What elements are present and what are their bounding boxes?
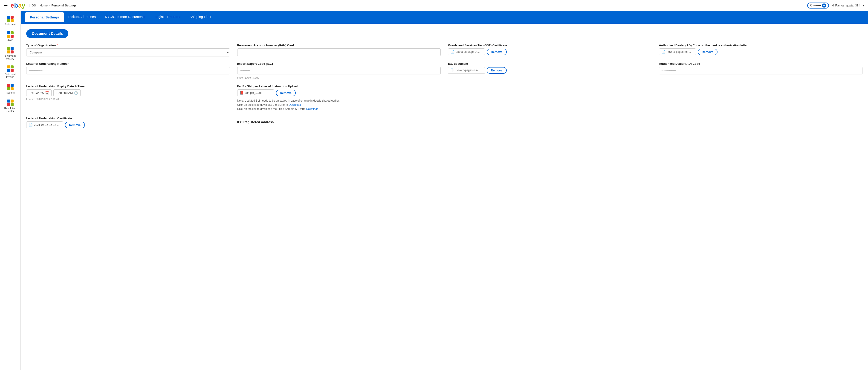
sidebar: Shipment AWB Shipment History Shipment I… [0,11,21,370]
sidebar-item-reports[interactable]: Reports [0,82,21,96]
field-lou-expiry: Letter of Undertaking Expiry Date & Time… [26,85,230,111]
field-ad-code-letter: Authorized Dealer (AD) Code on the bank'… [659,44,863,56]
field-fedex-sli: FedEx Shipper Letter of Instruction Uplo… [237,85,441,111]
ad-code-letter-file-name: how-to-pages-ref-... [667,50,691,53]
ebay-logo: ebay [10,2,25,9]
page-body: Document Details Type of Organization * … [21,23,868,370]
label-lou-expiry: Letter of Undertaking Expiry Date & Time [26,85,230,88]
label-ad-code-letter: Authorized Dealer (AD) Code on the bank'… [659,44,863,47]
sidebar-label-shipment: Shipment [5,23,16,26]
sidebar-label-resolution-center: Resolution Center [1,107,20,112]
user-dropdown-icon[interactable]: ▾ [863,4,864,7]
gst-file-name: about-us-page-UI... [456,50,479,53]
menu-icon[interactable]: ☰ [4,3,8,8]
form-grid-row1: Type of Organization * Company Permanent… [26,44,863,128]
gst-remove-button[interactable]: Remove [487,49,507,55]
lou-date-row: 02/12/2025 📅 12:00:00 AM 🕐 [26,89,230,96]
awb-icon [7,31,13,38]
sidebar-item-shipment-history[interactable]: Shipment History [0,45,21,62]
tab-pickup-addresses[interactable]: Pickup Addresses [64,11,100,23]
sidebar-label-shipment-invoice: Shipment Invoice [1,73,20,78]
section-title: Document Details [26,29,68,38]
main-content: Personal Settings Pickup Addresses KYC/C… [21,11,868,370]
iec-doc-file-name: how-to-pages-iss-... [456,69,480,72]
input-iec[interactable] [237,67,441,75]
tab-kyc-documents[interactable]: KYC/Common Documents [100,11,150,23]
lou-cert-remove-button[interactable]: Remove [65,122,85,128]
resolution-center-icon [7,99,13,106]
sidebar-label-shipment-history: Shipment History [1,54,20,60]
lou-cert-file-name: 2021-07-16-15-14-... [34,123,59,126]
label-fedex-sli: FedEx Shipper Letter of Instruction Uplo… [237,85,441,88]
label-type-of-org: Type of Organization * [26,44,230,47]
sli-download-link-1[interactable]: Download [289,103,301,107]
fedex-pdf-icon: 📕 [240,91,244,95]
sidebar-label-reports: Reports [6,91,15,94]
lou-time-box[interactable]: 12:00:00 AM 🕐 [53,89,81,96]
grid-empty-1 [448,85,652,111]
iec-doc-file-icon: 📄 [451,68,455,72]
label-pan: Permanent Account Number (PAN) Card [237,44,441,47]
sidebar-item-shipment[interactable]: Shipment [0,14,21,28]
balance-amount: ₹ •••••••• [810,4,821,7]
input-pan[interactable] [237,48,441,56]
shipment-icon [7,16,13,22]
nav-tabs: Personal Settings Pickup Addresses KYC/C… [21,11,868,23]
sidebar-item-resolution-center[interactable]: Resolution Center [0,98,21,114]
input-lou-number[interactable] [26,67,230,75]
breadcrumb: GS › Home › Personal Settings [32,4,76,7]
breadcrumb-current: Personal Settings [51,4,76,7]
label-iec-address: IEC Registered Address [237,120,441,124]
top-header: ☰ ebay | GS › Home › Personal Settings ₹… [0,0,868,11]
ad-code-letter-file-icon: 📄 [661,50,665,54]
required-star: * [57,44,58,47]
balance-pill[interactable]: ₹ •••••••• + [807,3,829,8]
lou-cert-file-box: 📄 2021-07-16-15-14-... [26,121,63,128]
tab-logistic-partners[interactable]: Logistic Partners [150,11,185,23]
tab-personal-settings[interactable]: Personal Settings [25,12,64,22]
shipment-history-icon [7,47,13,53]
grid-empty-4 [659,117,863,128]
header-right: ₹ •••••••• + Hi Pankaj_gupta_38 ! ▾ [807,3,864,8]
grid-empty-2 [659,85,863,111]
add-balance-button[interactable]: + [822,3,826,8]
field-pan: Permanent Account Number (PAN) Card [237,44,441,56]
sli-download-link-2[interactable]: Download. [306,107,319,111]
lou-time-value: 12:00:00 AM [56,91,73,95]
sidebar-item-awb[interactable]: AWB [0,29,21,43]
iec-hint: Import Export Code [237,76,441,79]
calendar-icon[interactable]: 📅 [45,91,49,95]
label-iec: Import Export Code (IEC) [237,62,441,65]
field-gst: Goods and Services Tax (GST) Certificate… [448,44,652,56]
input-ad-code[interactable] [659,67,863,75]
sidebar-item-shipment-invoice[interactable]: Shipment Invoice [0,64,21,80]
reports-icon [7,84,13,90]
field-lou-number: Letter of Undertaking Number [26,62,230,79]
user-greeting: Hi Pankaj_gupta_38 ! [832,4,860,7]
lou-format-hint: Format: 28/09/2021 22:01:40. [26,98,230,101]
clock-icon[interactable]: 🕐 [74,91,78,95]
gst-file-row: 📄 about-us-page-UI... Remove [448,48,652,55]
label-gst: Goods and Services Tax (GST) Certificate [448,44,652,47]
iec-doc-remove-button[interactable]: Remove [487,67,507,74]
label-lou-cert: Letter of Undertaking Certificate [26,117,230,120]
field-iec-address: IEC Registered Address [237,117,441,128]
field-lou-cert: Letter of Undertaking Certificate 📄 2021… [26,117,230,128]
lou-date-box[interactable]: 02/12/2025 📅 [26,89,52,96]
lou-date-value: 02/12/2025 [29,91,44,95]
fedex-note: Note: Updated SLI needs to be uploaded i… [237,98,441,111]
fedex-remove-button[interactable]: Remove [276,90,296,96]
ad-code-letter-remove-button[interactable]: Remove [698,49,718,55]
grid-empty-3 [448,117,652,128]
field-type-of-org: Type of Organization * Company [26,44,230,56]
breadcrumb-home[interactable]: Home [39,4,48,7]
fedex-file-name: sample_1.pdf [245,91,261,94]
sidebar-label-awb: AWB [7,39,13,41]
label-lou-number: Letter of Undertaking Number [26,62,230,65]
tab-shipping-limit[interactable]: Shipping Limit [185,11,216,23]
field-iec: Import Export Code (IEC) Import Export C… [237,62,441,79]
label-iec-doc: IEC document [448,62,652,65]
ad-code-letter-file-row: 📄 how-to-pages-ref-... Remove [659,48,863,55]
field-iec-doc: IEC document 📄 how-to-pages-iss-... Remo… [448,62,652,79]
select-type-of-org[interactable]: Company [26,48,230,56]
